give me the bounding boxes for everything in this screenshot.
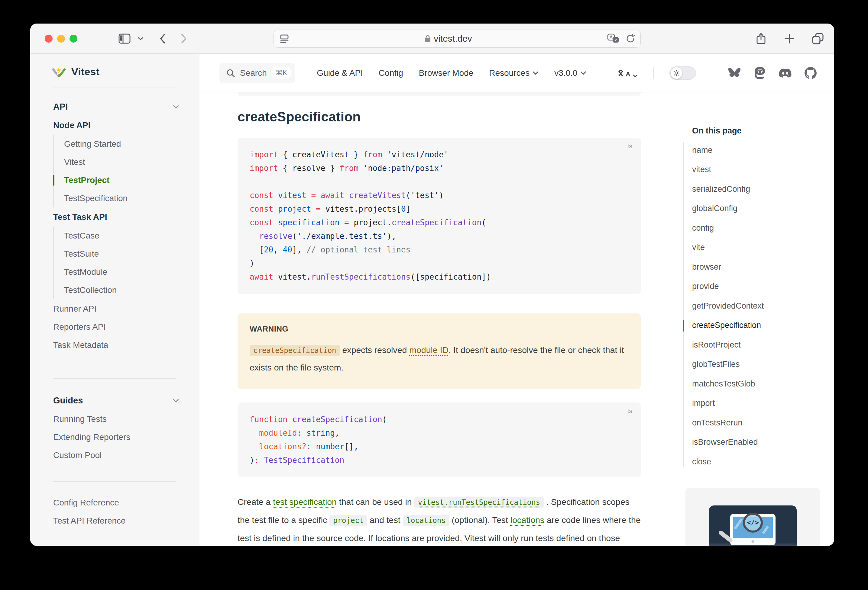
sidebar-item-custom-pool[interactable]: Custom Pool	[53, 446, 179, 464]
sidebar-section-node-api[interactable]: Node API	[53, 116, 179, 134]
outline-item-vitest[interactable]: vitest	[692, 160, 834, 180]
tab-overview-icon[interactable]	[810, 31, 826, 47]
nav-browser-mode[interactable]: Browser Mode	[419, 68, 474, 78]
zoom-window-button[interactable]	[69, 35, 77, 43]
inline-code-link[interactable]: vitest.runTestSpecifications	[414, 497, 544, 508]
outline-item-ontestsrerun[interactable]: onTestsRerun	[692, 413, 834, 433]
outline-item-vite[interactable]: vite	[692, 238, 834, 257]
header-nav: Guide & APIConfigBrowser ModeResourcesv3…	[317, 66, 817, 80]
description-paragraph: Create a test specification that can be …	[238, 493, 641, 546]
inline-code: createSpecification	[249, 345, 340, 356]
outline-list: namevitestserializedConfigglobalConfigco…	[692, 140, 834, 472]
outline-item-getprovidedcontext[interactable]: getProvidedContext	[692, 296, 834, 316]
sidebar-item-vitest[interactable]: Vitest	[64, 153, 179, 171]
sidebar-item-testsuite[interactable]: TestSuite	[64, 245, 179, 263]
new-tab-icon[interactable]	[782, 31, 797, 47]
svg-text:A: A	[610, 35, 613, 40]
inline-link[interactable]: module ID	[409, 345, 449, 355]
search-shortcut: ⌘K	[272, 67, 291, 79]
code-block-2: tsimport { createVitest } from 'vitest/n…	[238, 138, 641, 294]
nav-v3-0-0[interactable]: v3.0.0	[554, 68, 586, 78]
sun-icon	[671, 67, 682, 79]
outline-item-name[interactable]: name	[692, 140, 834, 160]
chevron-down-icon	[173, 105, 179, 109]
sidebar-item-testproject[interactable]: TestProject	[64, 171, 179, 189]
chevron-down-icon	[580, 71, 586, 75]
sidebar-item-config-reference[interactable]: Config Reference	[53, 494, 179, 512]
sidebar-group-api[interactable]: API	[53, 97, 179, 116]
url-text[interactable]: vitest.dev	[289, 34, 607, 44]
outline-item-import[interactable]: import	[692, 394, 834, 413]
sidebar-toggle-icon[interactable]	[117, 31, 132, 47]
sidebar-item-task-metadata[interactable]: Task Metadata	[53, 336, 179, 354]
sidebar-subitems: TestCaseTestSuiteTestModuleTestCollectio…	[53, 227, 179, 299]
screenshot-stage: vitest.dev A x̄	[0, 0, 868, 590]
sidebar-group-label: Guides	[53, 396, 83, 406]
code: function createSpecification( moduleId: …	[249, 413, 629, 467]
inline-code: project	[329, 515, 367, 526]
search-button[interactable]: Search ⌘K	[219, 63, 295, 83]
sponsor-ad-card[interactable]: </>	[685, 488, 820, 546]
nav-guide-api[interactable]: Guide & API	[317, 68, 363, 78]
address-bar[interactable]: vitest.dev A x̄	[273, 29, 641, 48]
bluesky-icon[interactable]	[728, 66, 741, 80]
sidebar-item-running-tests[interactable]: Running Tests	[53, 410, 179, 428]
github-icon[interactable]	[804, 66, 817, 80]
sidebar-menu-chevron-icon[interactable]	[136, 31, 146, 47]
outline-item-serializedconfig[interactable]: serializedConfig	[692, 180, 834, 199]
outline-item-matchestestglob[interactable]: matchesTestGlob	[692, 374, 834, 394]
outline-item-provide[interactable]: provide	[692, 277, 834, 297]
reload-icon[interactable]	[626, 34, 635, 44]
sidebar-nav: APINode APIGetting StartedVitestTestProj…	[30, 88, 199, 530]
vitest-logo[interactable]: Vitest	[30, 65, 199, 78]
forward-button[interactable]	[176, 31, 192, 47]
outline-item-globtestfiles[interactable]: globTestFiles	[692, 355, 834, 374]
header-divider	[602, 67, 602, 79]
inline-link[interactable]: locations	[511, 515, 544, 525]
chevron-down-icon	[533, 71, 539, 75]
minimize-window-button[interactable]	[57, 35, 65, 43]
sidebar-item-getting-started[interactable]: Getting Started	[64, 135, 179, 153]
outline-item-createspecification[interactable]: createSpecification	[692, 316, 834, 335]
close-window-button[interactable]	[45, 35, 53, 43]
outline-item-close[interactable]: close	[692, 452, 834, 472]
nav-config[interactable]: Config	[379, 68, 403, 78]
sidebar-item-testcollection[interactable]: TestCollection	[64, 281, 179, 299]
discord-icon[interactable]	[778, 66, 792, 80]
code-lang-label: ts	[627, 143, 632, 150]
vitest-logo-icon	[52, 65, 66, 78]
translate-sub-a: A	[626, 71, 630, 78]
sidebar-section-test-task-api[interactable]: Test Task API	[53, 208, 179, 226]
language-menu[interactable]: x̄A	[618, 69, 638, 78]
reader-view-icon[interactable]	[279, 34, 289, 44]
sidebar-item-testspecification[interactable]: TestSpecification	[64, 189, 179, 207]
svg-text:x̄: x̄	[614, 38, 617, 42]
share-icon[interactable]	[753, 31, 769, 47]
outline-item-config[interactable]: config	[692, 218, 834, 238]
warning-callout: WARNING createSpecification expects reso…	[238, 313, 641, 389]
browser-toolbar: vitest.dev A x̄	[30, 24, 834, 54]
doc-content: createSpecification tsimport { createVit…	[199, 93, 683, 546]
outline-item-isrootproject[interactable]: isRootProject	[692, 335, 834, 355]
outline-item-globalconfig[interactable]: globalConfig	[692, 199, 834, 219]
sidebar-group-guides[interactable]: Guides	[53, 391, 179, 410]
outline-item-isbrowserenabled[interactable]: isBrowserEnabled	[692, 433, 834, 452]
sidebar-item-testcase[interactable]: TestCase	[64, 227, 179, 245]
sidebar-item-test-api-reference[interactable]: Test API Reference	[53, 512, 179, 530]
translate-icon[interactable]: A x̄	[607, 34, 619, 44]
sidebar-subitems: Getting StartedVitestTestProjectTestSpec…	[53, 135, 179, 207]
outline-item-browser[interactable]: browser	[692, 257, 834, 277]
back-button[interactable]	[155, 31, 170, 47]
sidebar-item-reporters-api[interactable]: Reporters API	[53, 318, 179, 336]
inline-link[interactable]: test specification	[273, 497, 337, 507]
previous-codeblock-tail	[238, 93, 641, 96]
sidebar-divider	[53, 378, 177, 379]
sidebar-item-runner-api[interactable]: Runner API	[53, 300, 179, 318]
theme-toggle[interactable]	[669, 66, 696, 80]
sidebar-item-testmodule[interactable]: TestModule	[64, 263, 179, 281]
nav-resources[interactable]: Resources	[489, 68, 539, 78]
toolbar-right-actions	[753, 31, 826, 47]
mastodon-icon[interactable]	[753, 66, 766, 80]
sidebar-item-extending-reporters[interactable]: Extending Reporters	[53, 428, 179, 446]
code-block-1: tsfunction createSpecification( moduleId…	[238, 403, 641, 477]
